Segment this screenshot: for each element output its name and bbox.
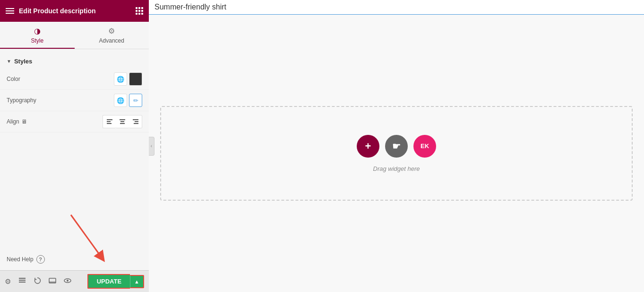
grid-icon[interactable] — [136, 7, 143, 15]
svg-rect-0 — [107, 119, 112, 120]
svg-rect-11 — [19, 278, 26, 279]
widget-drop-zone: + ☛ EK Drag widget here — [160, 106, 633, 201]
drop-zone-buttons: + ☛ EK — [357, 135, 436, 158]
color-swatch[interactable] — [129, 72, 142, 86]
color-label: Color — [7, 76, 114, 82]
canvas-area: + ☛ EK Drag widget here — [149, 15, 644, 292]
svg-rect-4 — [120, 121, 124, 122]
align-center-button[interactable] — [116, 115, 129, 128]
align-label: Align 🖥 — [7, 118, 103, 125]
typography-actions: 🌐 ✏ — [114, 94, 142, 107]
panel-tabs: ◑ Style ⚙ Advanced — [0, 22, 149, 49]
drop-hint-text: Drag widget here — [373, 165, 420, 172]
hamburger-icon[interactable] — [6, 8, 14, 14]
color-control-row: Color 🌐 — [0, 69, 149, 90]
panel-content: ▼ Styles Color 🌐 Typography 🌐 — [0, 49, 149, 248]
layers-bottom-icon[interactable] — [18, 277, 26, 286]
align-actions — [103, 115, 142, 128]
align-control-row: Align 🖥 — [0, 111, 149, 133]
main-area: + ☛ EK Drag widget here — [149, 0, 644, 292]
style-tab-icon: ◑ — [34, 27, 41, 35]
update-btn-group: UPDATE ▲ — [87, 274, 144, 289]
style-tab-label: Style — [31, 37, 43, 44]
bottom-bar: ⚙ UPDATE ▲ — [0, 270, 149, 292]
update-dropdown-button[interactable]: ▲ — [130, 275, 144, 288]
bottom-icons: ⚙ — [5, 277, 71, 286]
color-actions: 🌐 — [114, 72, 142, 86]
drag-widget-button[interactable]: ☛ — [385, 135, 408, 158]
collapse-panel-handle[interactable]: ‹ — [149, 137, 155, 156]
add-widget-button[interactable]: + — [357, 135, 379, 158]
responsive-bottom-icon[interactable] — [49, 277, 56, 286]
help-icon[interactable]: ? — [36, 255, 45, 264]
advanced-tab-label: Advanced — [99, 37, 124, 44]
svg-rect-2 — [107, 123, 112, 124]
svg-rect-1 — [107, 121, 111, 122]
typography-label: Typography — [7, 97, 114, 104]
gear-bottom-icon[interactable]: ⚙ — [5, 277, 11, 286]
app-layout: Edit Product description ◑ Style ⚙ Advan… — [0, 0, 644, 292]
svg-rect-3 — [120, 119, 125, 120]
align-group — [103, 115, 142, 128]
svg-rect-5 — [120, 123, 125, 124]
typography-pencil-button[interactable]: ✏ — [129, 94, 142, 107]
align-left-button[interactable] — [103, 115, 116, 128]
ek-widget-button[interactable]: EK — [413, 135, 436, 158]
svg-point-17 — [67, 280, 69, 282]
product-title-input[interactable] — [155, 3, 638, 11]
need-help-section: Need Help ? — [0, 248, 149, 270]
svg-rect-13 — [19, 282, 26, 283]
advanced-tab-icon: ⚙ — [108, 27, 115, 35]
svg-rect-7 — [135, 121, 138, 122]
panel-header-title: Edit Product description — [19, 7, 96, 15]
tab-advanced[interactable]: ⚙ Advanced — [75, 22, 149, 49]
color-globe-button[interactable]: 🌐 — [114, 72, 127, 86]
typography-globe-button[interactable]: 🌐 — [114, 94, 127, 107]
align-right-button[interactable] — [129, 115, 142, 128]
left-panel: Edit Product description ◑ Style ⚙ Advan… — [0, 0, 149, 292]
section-arrow-icon: ▼ — [7, 59, 11, 64]
main-topbar — [149, 0, 644, 15]
svg-rect-8 — [134, 123, 138, 124]
typography-control-row: Typography 🌐 ✏ — [0, 90, 149, 111]
history-bottom-icon[interactable] — [34, 277, 41, 286]
svg-rect-12 — [19, 280, 26, 281]
tab-style[interactable]: ◑ Style — [0, 22, 75, 49]
update-button[interactable]: UPDATE — [87, 274, 130, 289]
need-help-label: Need Help — [7, 256, 34, 263]
styles-section-header[interactable]: ▼ Styles — [0, 54, 149, 69]
svg-rect-6 — [133, 119, 138, 120]
styles-section-label: Styles — [14, 58, 32, 65]
eye-bottom-icon[interactable] — [64, 277, 71, 286]
panel-header: Edit Product description — [0, 0, 149, 22]
header-left: Edit Product description — [6, 7, 96, 15]
align-monitor-icon: 🖥 — [21, 118, 27, 125]
